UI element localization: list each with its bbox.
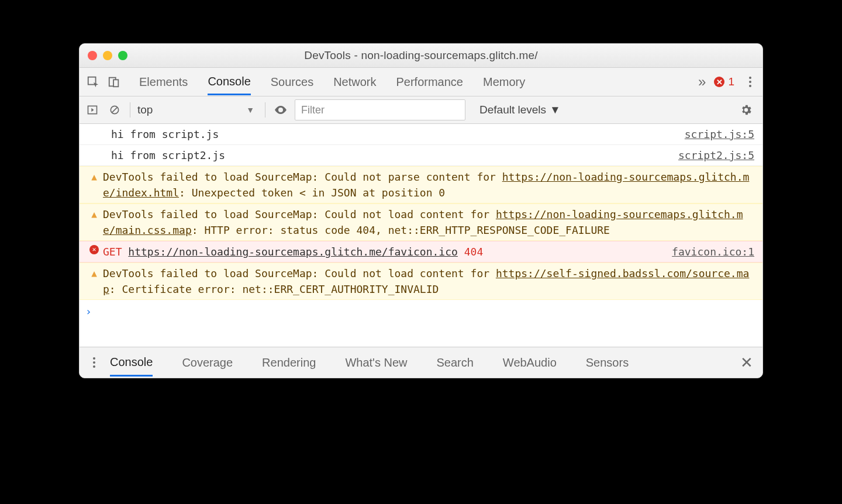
url-link[interactable]: https://non-loading-sourcemaps.glitch.me… [128, 246, 458, 258]
log-levels-label: Default levels [479, 103, 546, 116]
chevron-down-icon: ▼ [246, 105, 254, 115]
filter-input[interactable] [295, 99, 465, 120]
console-toolbar: top ▼ Default levels ▼ [80, 96, 762, 124]
warning-text: DevTools failed to load SourceMap: Could… [103, 169, 754, 201]
error-count-badge[interactable]: ✕ 1 [714, 75, 734, 88]
drawer-tab-sensors[interactable]: Sensors [586, 349, 629, 377]
window-title: DevTools - non-loading-sourcemaps.glitch… [304, 49, 538, 62]
warning-icon: ▲ [91, 170, 97, 184]
context-selector[interactable]: top ▼ [137, 103, 258, 116]
titlebar: DevTools - non-loading-sourcemaps.glitch… [80, 44, 762, 68]
error-text: GET https://non-loading-sourcemaps.glitc… [103, 244, 666, 260]
error-icon: ✕ [714, 77, 724, 87]
more-tabs-icon[interactable]: » [698, 74, 706, 90]
drawer-tab-search[interactable]: Search [436, 349, 473, 377]
drawer-tab-coverage[interactable]: Coverage [182, 349, 233, 377]
inspect-element-icon[interactable] [84, 73, 102, 91]
warning-text: DevTools failed to load SourceMap: Could… [103, 206, 754, 238]
source-link[interactable]: script.js:5 [685, 126, 754, 142]
warning-icon: ▲ [91, 208, 97, 222]
chevron-down-icon: ▼ [550, 103, 561, 116]
minimize-window-button[interactable] [103, 51, 112, 60]
show-sidebar-icon[interactable] [84, 102, 101, 118]
source-link[interactable]: script2.js:5 [678, 147, 754, 163]
tab-console[interactable]: Console [208, 69, 250, 95]
svg-line-5 [112, 108, 117, 112]
console-input-area[interactable]: › [80, 300, 762, 347]
prompt-chevron-icon: › [80, 300, 762, 333]
window-controls [88, 51, 127, 60]
console-warning-row[interactable]: ▲ DevTools failed to load SourceMap: Cou… [80, 203, 762, 241]
drawer-tab-rendering[interactable]: Rendering [262, 349, 316, 377]
zoom-window-button[interactable] [118, 51, 127, 60]
error-count: 1 [728, 75, 734, 88]
console-output: hi from script.js script.js:5 hi from sc… [80, 124, 762, 347]
main-tabs: Elements Console Sources Network Perform… [139, 69, 690, 95]
log-text: hi from script.js [103, 126, 679, 142]
main-tabstrip: Elements Console Sources Network Perform… [80, 68, 762, 96]
svg-rect-2 [113, 80, 118, 87]
tab-network[interactable]: Network [333, 70, 376, 95]
source-link[interactable]: favicon.ico:1 [672, 244, 754, 260]
warning-icon: ▲ [91, 267, 97, 281]
console-settings-icon[interactable] [738, 102, 754, 118]
context-label: top [137, 103, 153, 116]
tab-sources[interactable]: Sources [271, 70, 313, 95]
settings-menu-icon[interactable] [740, 77, 760, 87]
drawer-tab-whatsnew[interactable]: What's New [345, 349, 407, 377]
tab-elements[interactable]: Elements [139, 70, 188, 95]
separator [265, 102, 265, 118]
console-warning-row[interactable]: ▲ DevTools failed to load SourceMap: Cou… [80, 263, 762, 300]
drawer-tab-console[interactable]: Console [110, 348, 153, 377]
console-error-row[interactable]: ✕ GET https://non-loading-sourcemaps.gli… [80, 241, 762, 263]
live-expression-icon[interactable] [272, 102, 289, 118]
console-log-row[interactable]: hi from script2.js script2.js:5 [80, 145, 762, 166]
warning-text: DevTools failed to load SourceMap: Could… [103, 265, 754, 297]
log-levels-selector[interactable]: Default levels ▼ [479, 103, 561, 116]
devtools-window: DevTools - non-loading-sourcemaps.glitch… [79, 43, 763, 378]
separator [130, 102, 130, 118]
drawer-tabs: Console Coverage Rendering What's New Se… [110, 348, 736, 377]
device-toolbar-icon[interactable] [105, 73, 123, 91]
close-window-button[interactable] [88, 51, 97, 60]
drawer-menu-icon[interactable] [84, 357, 104, 368]
tab-performance[interactable]: Performance [396, 70, 464, 95]
console-log-row[interactable]: hi from script.js script.js:5 [80, 124, 762, 145]
log-text: hi from script2.js [103, 147, 672, 163]
svg-point-6 [279, 109, 282, 111]
tab-memory[interactable]: Memory [483, 70, 525, 95]
drawer-tabstrip: Console Coverage Rendering What's New Se… [80, 347, 762, 378]
clear-console-icon[interactable] [106, 102, 123, 118]
console-warning-row[interactable]: ▲ DevTools failed to load SourceMap: Cou… [80, 166, 762, 203]
drawer-tab-webaudio[interactable]: WebAudio [503, 349, 557, 377]
close-drawer-icon[interactable]: ✕ [736, 354, 758, 372]
error-icon: ✕ [89, 245, 99, 254]
